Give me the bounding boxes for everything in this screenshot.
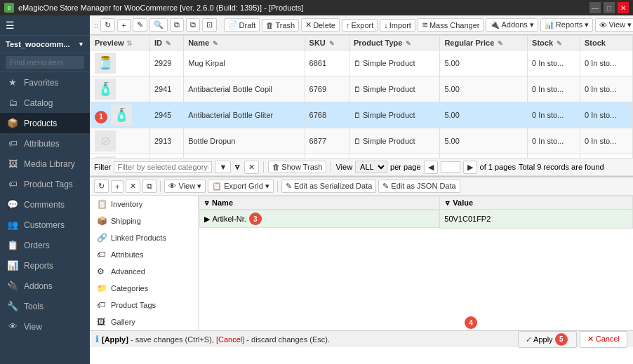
export-button[interactable]: ↑ Export (342, 19, 378, 32)
table-row[interactable]: 🫙 2929 Mug Kirpal 6861 🗒 Simple Product … (91, 50, 633, 76)
addons-button[interactable]: 🔌 Addons ▾ (486, 18, 538, 32)
table-row[interactable]: 🧴 2941 Antibacterial Bottle Copil 6769 🗒… (91, 76, 633, 102)
sidebar-item-media-library[interactable]: 🖼 Media Library (0, 154, 90, 174)
add-button[interactable]: + (117, 19, 130, 32)
filter-input[interactable] (114, 161, 212, 173)
sub-item-attributes[interactable]: 🏷 Attributes (90, 246, 198, 263)
sku-cell: 6769 (305, 76, 349, 102)
col-name[interactable]: Name ✎ (184, 36, 305, 50)
sidebar-item-orders[interactable]: 📋 Orders (0, 235, 90, 255)
mass-changer-button[interactable]: ≋ Mass Changer (418, 18, 484, 32)
detail-row[interactable]: ▶ Artikel-Nr. 3 50V1C01FP2 (199, 210, 633, 229)
sidebar-item-attributes[interactable]: 🏷 Attributes (0, 133, 90, 154)
sub-item-product-tags[interactable]: 🏷 Product Tags (90, 297, 198, 314)
col-stock2[interactable]: Stock (580, 36, 633, 50)
minimize-button[interactable]: — (589, 2, 601, 13)
checkmark-icon: ✓ (526, 335, 532, 343)
sidebar-item-addons[interactable]: 🔌 Addons (0, 276, 90, 296)
add-detail-button[interactable]: + (111, 180, 124, 193)
sub-item-advanced[interactable]: ⚙ Advanced (90, 263, 198, 280)
export-detail-button[interactable]: 📋 Export Grid ▾ (208, 180, 274, 193)
import-button[interactable]: ↓ Import (380, 19, 415, 32)
draft-button[interactable]: 📄 Draft (224, 18, 260, 32)
col-product-type[interactable]: Product Type ✎ (349, 36, 439, 50)
table-row[interactable]: ⊘ 2913 Bottle Dropun 6877 🗒 Simple Produ… (91, 128, 633, 154)
refresh-detail-button[interactable]: ↻ (94, 180, 109, 193)
reports-icon2: 📊 (545, 20, 554, 29)
page-input[interactable]: 1 (441, 161, 460, 173)
reports-button[interactable]: 📊 Reports ▾ (540, 18, 594, 32)
next-page-button[interactable]: ▶ (463, 161, 477, 174)
stock-cell: 0 In sto... (528, 76, 580, 102)
mass-changer-icon: ≋ (422, 20, 428, 29)
stock2-cell: 0 In sto... (580, 50, 633, 76)
status-info: ℹ [Apply] - save changes (Ctrl+S), [Canc… (95, 334, 330, 344)
filter-clear-button[interactable]: ✕ (244, 161, 259, 174)
show-trash-button[interactable]: 🗑 Show Trash (268, 161, 326, 173)
window-controls[interactable]: — □ ✕ (589, 2, 629, 13)
sidebar-item-catalog[interactable]: 🗂 Catalog (0, 93, 90, 113)
chevron-down-icon: ▼ (78, 41, 84, 48)
hamburger-icon[interactable]: ☰ (6, 20, 15, 31)
view-label: View (335, 163, 352, 171)
col-regular-price[interactable]: Regular Price ✎ (440, 36, 528, 50)
sub-item-categories[interactable]: 📁 Categories (90, 280, 198, 297)
sidebar-item-favorites[interactable]: ★ Favorites (0, 72, 90, 93)
cancel-button[interactable]: ✕ Cancel (580, 331, 627, 348)
sidebar-item-view[interactable]: 👁 View (0, 316, 90, 337)
expand-icon[interactable]: ▶ (204, 215, 210, 224)
table-row[interactable]: 1 🧴 2945 Antibacterial Bottle Gliter 676… (91, 102, 633, 128)
view-icon2: 👁 (599, 21, 607, 29)
products-icon: 📦 (7, 118, 18, 128)
edit-serialized-button[interactable]: ✎ Edit as Serialized Data (281, 180, 376, 193)
import-icon: ↓ (384, 21, 388, 29)
delete-button[interactable]: ✕ Delete (301, 18, 340, 32)
bottom-toolbar: ↻ + ✕ ⧉ 👁 View ▾ 📋 Export Grid ▾ ✎ Edit … (90, 177, 633, 196)
app-icon: e (4, 3, 14, 13)
sidebar-item-tools[interactable]: 🔧 Tools (0, 296, 90, 316)
sidebar-search-input[interactable] (6, 56, 84, 69)
paste-button[interactable]: ⧉ (186, 18, 200, 32)
apply-button[interactable]: ✓ Apply 5 (518, 331, 577, 348)
sidebar-item-comments[interactable]: 💬 Comments (0, 194, 90, 215)
col-stock[interactable]: Stock ✎ (528, 36, 580, 50)
sub-item-inventory[interactable]: 📋 Inventory (90, 196, 198, 213)
main-toolbar: :: ↻ + ✎ 🔍 ⧉ ⧉ ⊡ 📄 Draft 🗑 Trash ✕ Delet… (90, 15, 633, 35)
edit-json-button[interactable]: ✎ Edit as JSON Data (378, 180, 460, 193)
col-id[interactable]: ID ✎ (149, 36, 183, 50)
total-records-label: Total 9 records are found (519, 163, 604, 171)
preview-cell: 🫙 (91, 50, 150, 76)
copy-button[interactable]: ⧉ (170, 18, 184, 32)
prev-page-button[interactable]: ◀ (424, 161, 438, 174)
copy-detail-button[interactable]: ⧉ (142, 180, 156, 193)
refresh-button[interactable]: ↻ (100, 18, 115, 32)
sidebar-item-reports[interactable]: 📊 Reports (0, 255, 90, 276)
view-button[interactable]: 👁 View ▾ (595, 18, 633, 32)
sidebar-item-customers[interactable]: 👥 Customers (0, 215, 90, 235)
close-button[interactable]: ✕ (618, 2, 629, 13)
sub-item-linked-products[interactable]: 🔗 Linked Products (90, 229, 198, 246)
advanced-icon: ⚙ (97, 267, 107, 276)
orders-icon: 📋 (7, 240, 18, 250)
add-icon: + (121, 21, 126, 29)
edit-button[interactable]: ✎ (133, 18, 147, 32)
view-select[interactable]: ALL (355, 161, 387, 173)
col-drag-handle[interactable]: ⇅ (126, 39, 132, 47)
linked-products-icon: 🔗 (97, 233, 107, 243)
sub-item-gallery[interactable]: 🖼 Gallery (90, 314, 198, 330)
sidebar-item-product-tags[interactable]: 🏷 Product Tags (0, 174, 90, 194)
sidebar-item-products[interactable]: 📦 Products (0, 113, 90, 133)
grid-button[interactable]: ⊡ (202, 18, 217, 32)
delete-detail-button[interactable]: ✕ (126, 180, 140, 193)
maximize-button[interactable]: □ (604, 2, 615, 13)
trash-icon: 🗑 (266, 21, 274, 29)
copy-icon: ⧉ (174, 20, 180, 29)
col-sku[interactable]: SKU ✎ (305, 36, 349, 50)
trash-button[interactable]: 🗑 Trash (262, 19, 299, 32)
products-table-scroll[interactable]: Preview ⇅ ID ✎ Name ✎ SKU ✎ Product Type… (90, 35, 633, 158)
view-detail-button[interactable]: 👁 View ▾ (164, 180, 206, 193)
sub-item-shipping[interactable]: 📦 Shipping (90, 213, 198, 229)
filter-dropdown-button[interactable]: ▼ (215, 161, 231, 173)
col-preview[interactable]: Preview ⇅ (91, 36, 150, 50)
search-button[interactable]: 🔍 (149, 18, 168, 32)
